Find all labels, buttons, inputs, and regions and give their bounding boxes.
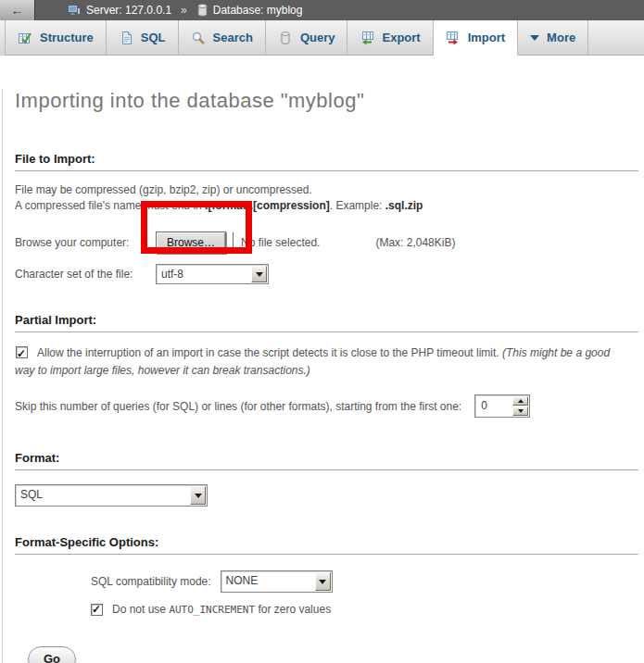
dropdown-arrow-icon xyxy=(190,486,206,505)
auto-increment-label: Do not use AUTO_INCREMENT for zero value… xyxy=(112,603,331,616)
max-size-note: (Max: 2,048KiB) xyxy=(375,236,455,249)
search-icon xyxy=(191,31,206,45)
tab-bar: Structure SQL Search xyxy=(0,20,644,56)
dropdown-arrow-icon xyxy=(251,266,267,282)
arrow-up-icon xyxy=(518,399,524,403)
breadcrumb-bar: ← Server: 127.0.0.1 » Database: myblog xyxy=(0,0,644,20)
sql-compat-select[interactable]: NONE xyxy=(221,570,333,593)
sql-icon xyxy=(119,31,133,45)
structure-icon xyxy=(18,31,32,45)
tab-export[interactable]: Export xyxy=(347,20,433,56)
tab-search[interactable]: Search xyxy=(179,20,266,56)
file-to-import-heading: File to Import: xyxy=(15,152,638,171)
allow-interrupt-row: Allow the interruption of an import in c… xyxy=(15,344,626,380)
spinner-down-button[interactable] xyxy=(512,407,528,416)
chevron-down-icon xyxy=(530,35,539,41)
tab-structure[interactable]: Structure xyxy=(5,20,107,56)
no-file-selected-text: No file selected. xyxy=(241,236,320,249)
allow-interrupt-checkbox[interactable] xyxy=(16,346,28,358)
breadcrumb-separator: » xyxy=(181,4,187,17)
charset-label: Character set of the file: xyxy=(15,268,156,281)
query-icon xyxy=(278,31,293,45)
skip-queries-row: Skip this number of queries (for SQL) or… xyxy=(15,394,638,418)
format-specific-heading: Format-Specific Options: xyxy=(15,535,638,555)
export-icon xyxy=(360,31,374,45)
back-button[interactable]: ← xyxy=(0,0,35,20)
auto-increment-row: Do not use AUTO_INCREMENT for zero value… xyxy=(91,603,638,616)
charset-select[interactable]: utf-8 xyxy=(156,264,269,284)
sql-compat-label: SQL compatibility mode: xyxy=(91,575,211,588)
sql-compat-row: SQL compatibility mode: NONE xyxy=(91,570,638,593)
compression-note-line1: File may be compressed (gzip, bzip2, zip… xyxy=(15,182,638,198)
compression-note-line2: A compressed file's name must end in .[f… xyxy=(15,198,638,214)
file-upload-row: Browse your computer: Browse… No file se… xyxy=(15,231,638,254)
partial-import-heading: Partial Import: xyxy=(15,313,638,332)
tab-sql[interactable]: SQL xyxy=(107,20,179,56)
tab-query[interactable]: Query xyxy=(266,20,348,56)
server-icon xyxy=(67,3,82,18)
skip-queries-label: Skip this number of queries (for SQL) or… xyxy=(15,400,461,413)
breadcrumb-database[interactable]: Database: myblog xyxy=(213,4,303,17)
browse-label: Browse your computer: xyxy=(15,236,156,249)
format-select[interactable]: SQL xyxy=(15,484,208,507)
tabbar-filler xyxy=(588,20,644,56)
spinner-buttons xyxy=(512,396,528,416)
spinner-up-button[interactable] xyxy=(512,396,528,406)
go-button[interactable]: Go xyxy=(28,646,76,663)
tab-import[interactable]: Import xyxy=(434,20,518,56)
main-content: Importing into the database "myblog" Fil… xyxy=(2,89,644,663)
auto-increment-checkbox[interactable] xyxy=(91,604,103,616)
back-arrow-icon: ← xyxy=(11,3,24,18)
breadcrumb-server[interactable]: Server: 127.0.0.1 xyxy=(86,4,171,17)
skip-queries-input[interactable]: 0 xyxy=(474,394,530,418)
format-heading: Format: xyxy=(15,451,638,470)
dropdown-arrow-icon xyxy=(315,572,331,591)
file-input-divider xyxy=(233,232,234,254)
arrow-down-icon xyxy=(518,409,524,413)
browse-button[interactable]: Browse… xyxy=(156,231,226,254)
page-title: Importing into the database "myblog" xyxy=(15,89,638,113)
breadcrumb: Server: 127.0.0.1 » Database: myblog xyxy=(35,3,302,18)
database-icon xyxy=(196,3,208,18)
tab-more[interactable]: More xyxy=(518,20,588,56)
charset-row: Character set of the file: utf-8 xyxy=(15,264,638,284)
import-icon xyxy=(446,31,461,45)
